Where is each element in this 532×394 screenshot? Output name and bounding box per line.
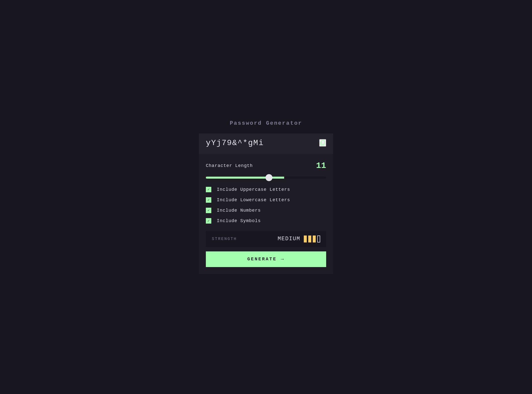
strength-bar-1 xyxy=(304,236,307,242)
char-length-row: Character Length 11 xyxy=(206,161,326,170)
settings-panel: Character Length 11 Include Uppercase Le… xyxy=(199,154,333,274)
strength-label: STRENGTH xyxy=(212,237,237,241)
checkbox-numbers-label: Include Numbers xyxy=(217,208,261,213)
generate-button-label: GENERATE xyxy=(247,257,277,262)
strength-right: MEDIUM xyxy=(278,236,320,242)
checkbox-lowercase[interactable]: Include Lowercase Letters xyxy=(206,197,326,203)
checkbox-group: Include Uppercase Letters Include Lowerc… xyxy=(206,187,326,224)
strength-bar-2 xyxy=(308,236,311,242)
checkbox-numbers[interactable]: Include Numbers xyxy=(206,208,326,213)
strength-bars xyxy=(304,236,320,242)
checkbox-lowercase-box[interactable] xyxy=(206,197,211,203)
strength-bar-4 xyxy=(317,236,320,242)
checkbox-uppercase[interactable]: Include Uppercase Letters xyxy=(206,187,326,192)
strength-bar-3 xyxy=(313,236,316,242)
copy-button[interactable] xyxy=(319,139,326,147)
char-length-value: 11 xyxy=(316,161,326,170)
checkbox-numbers-box[interactable] xyxy=(206,208,211,213)
copy-icon xyxy=(320,140,326,146)
checkbox-symbols-box[interactable] xyxy=(206,218,211,224)
main-card: yYj79&^*gMi Character Length 11 Include … xyxy=(199,133,333,274)
checkbox-symbols[interactable]: Include Symbols xyxy=(206,218,326,224)
checkbox-symbols-label: Include Symbols xyxy=(217,218,261,223)
checkbox-uppercase-box[interactable] xyxy=(206,187,211,192)
checkbox-uppercase-label: Include Uppercase Letters xyxy=(217,187,290,192)
length-slider[interactable] xyxy=(206,177,326,179)
checkbox-lowercase-label: Include Lowercase Letters xyxy=(217,197,290,202)
generate-button[interactable]: GENERATE → xyxy=(206,251,326,267)
strength-panel: STRENGTH MEDIUM xyxy=(206,231,326,247)
password-value: yYj79&^*gMi xyxy=(206,138,264,148)
char-length-label: Character Length xyxy=(206,163,253,168)
page-title: Password Generator xyxy=(230,120,302,126)
arrow-icon: → xyxy=(281,256,285,262)
strength-value: MEDIUM xyxy=(278,236,300,242)
slider-container[interactable] xyxy=(206,175,326,180)
password-display: yYj79&^*gMi xyxy=(199,133,333,153)
